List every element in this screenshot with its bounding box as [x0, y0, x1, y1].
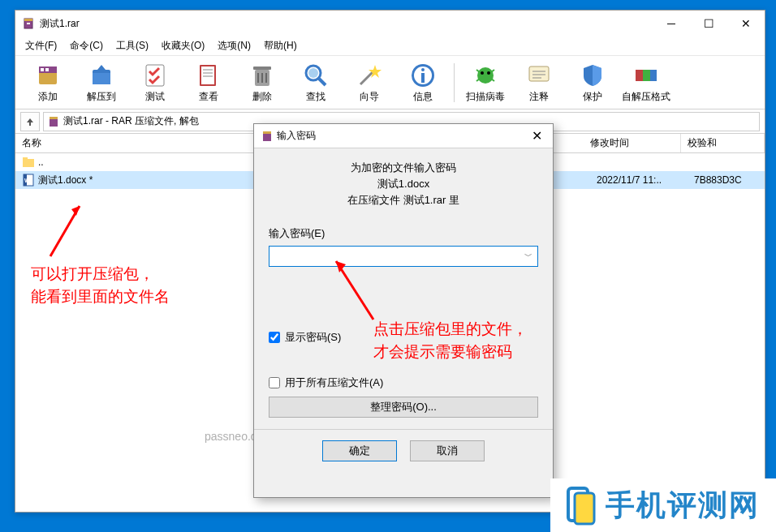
window-title: 测试1.rar	[40, 17, 653, 31]
svg-rect-41	[650, 70, 657, 81]
svg-rect-2	[27, 23, 30, 24]
svg-rect-1	[24, 19, 32, 21]
test-button[interactable]: 测试	[129, 59, 181, 106]
password-input[interactable]: ﹀	[269, 246, 538, 267]
extract-button[interactable]: 解压到	[75, 59, 127, 106]
toolbar-separator	[454, 63, 455, 102]
docx-icon: W	[22, 174, 35, 187]
up-button[interactable]	[20, 112, 40, 131]
column-name[interactable]: 名称	[15, 134, 259, 152]
window-controls: ─ ☐ ✕	[653, 11, 765, 36]
annotation-arrow-left	[39, 201, 88, 266]
svg-rect-56	[575, 493, 594, 524]
info-button[interactable]: 信息	[397, 59, 449, 106]
delete-icon	[248, 62, 276, 89]
sfx-button[interactable]: 自解压格式	[620, 59, 672, 106]
titlebar: 测试1.rar ─ ☐ ✕	[15, 11, 765, 36]
annotation-left: 可以打开压缩包， 能看到里面的文件名	[31, 263, 170, 308]
view-icon	[195, 62, 222, 89]
menu-command[interactable]: 命令(C)	[63, 37, 110, 54]
svg-point-30	[487, 71, 490, 75]
ok-button[interactable]: 确定	[322, 440, 397, 461]
password-dialog: 输入密码 ✕ 为加密的文件输入密码 测试1.docx 在压缩文件 测试1.rar…	[253, 123, 554, 498]
svg-rect-44	[23, 159, 34, 167]
comment-button[interactable]: 注释	[513, 59, 565, 106]
comment-icon	[525, 62, 553, 89]
virus-button[interactable]: 扫描病毒	[459, 59, 511, 106]
add-button[interactable]: 添加	[22, 59, 74, 106]
svg-line-31	[476, 70, 480, 72]
minimize-button[interactable]: ─	[653, 11, 690, 36]
toolbar: 添加 解压到 测试 查看 删除 查找 向导 信息	[15, 56, 765, 109]
winrar-icon	[261, 130, 274, 143]
view-button[interactable]: 查看	[183, 59, 235, 106]
svg-point-26	[421, 68, 425, 71]
column-crc[interactable]: 校验和	[681, 134, 765, 152]
organize-passwords-button[interactable]: 整理密码(O)...	[269, 397, 538, 418]
protect-icon	[579, 62, 606, 89]
find-icon	[302, 62, 330, 89]
all-archives-checkbox[interactable]: 用于所有压缩文件(A)	[269, 375, 538, 390]
archive-icon	[47, 115, 60, 128]
menu-options[interactable]: 选项(N)	[211, 37, 257, 54]
svg-rect-8	[93, 73, 110, 84]
wizard-button[interactable]: 向导	[343, 59, 395, 106]
svg-rect-16	[253, 66, 271, 70]
svg-point-28	[477, 67, 494, 84]
svg-line-34	[491, 79, 494, 81]
svg-rect-43	[50, 117, 58, 119]
svg-line-33	[476, 79, 480, 81]
svg-marker-52	[71, 206, 80, 216]
svg-rect-35	[529, 66, 549, 81]
dialog-buttons: 确定 取消	[254, 429, 553, 470]
dialog-message: 为加密的文件输入密码 测试1.docx 在压缩文件 测试1.rar 里	[269, 160, 538, 208]
cancel-button[interactable]: 取消	[410, 440, 485, 461]
svg-rect-6	[45, 68, 49, 71]
dialog-body: 为加密的文件输入密码 测试1.docx 在压缩文件 测试1.rar 里 输入密码…	[254, 148, 553, 429]
menu-tools[interactable]: 工具(S)	[110, 37, 155, 54]
svg-rect-40	[643, 70, 651, 81]
info-icon	[409, 62, 437, 89]
svg-rect-11	[201, 66, 214, 84]
dialog-close-button[interactable]: ✕	[520, 124, 553, 148]
protect-button[interactable]: 保护	[567, 59, 619, 106]
path-text: 测试1.rar - RAR 压缩文件, 解包	[63, 114, 199, 128]
svg-rect-39	[636, 70, 644, 81]
menubar: 文件(F) 命令(C) 工具(S) 收藏夹(O) 选项(N) 帮助(H)	[15, 36, 765, 56]
phone-icon	[560, 485, 601, 526]
find-button[interactable]: 查找	[290, 59, 342, 106]
winrar-icon	[22, 17, 35, 30]
wizard-icon	[356, 62, 383, 89]
folder-up-icon	[22, 156, 35, 169]
svg-line-32	[491, 70, 494, 72]
add-icon	[34, 62, 62, 89]
svg-rect-45	[23, 157, 28, 160]
test-icon	[141, 62, 169, 89]
menu-favorites[interactable]: 收藏夹(O)	[155, 37, 211, 54]
svg-line-53	[336, 261, 373, 320]
svg-point-29	[481, 71, 484, 75]
menu-file[interactable]: 文件(F)	[19, 37, 63, 54]
dialog-title: 输入密码	[277, 129, 520, 143]
virus-icon	[472, 62, 499, 89]
svg-rect-5	[41, 68, 44, 71]
svg-rect-27	[421, 73, 425, 83]
delete-button[interactable]: 删除	[236, 59, 288, 106]
logo-text: 手机评测网	[606, 486, 760, 526]
password-label: 输入密码(E)	[269, 226, 538, 241]
svg-rect-50	[263, 131, 271, 134]
menu-help[interactable]: 帮助(H)	[257, 37, 304, 54]
close-button[interactable]: ✕	[727, 11, 765, 36]
site-logo: 手机评测网	[550, 478, 776, 532]
dialog-titlebar: 输入密码 ✕	[254, 124, 553, 148]
svg-rect-9	[146, 65, 164, 86]
column-modified[interactable]: 修改时间	[584, 134, 681, 152]
extract-icon	[88, 62, 115, 89]
dropdown-icon: ﹀	[524, 251, 532, 262]
svg-line-22	[319, 79, 325, 85]
svg-text:W: W	[24, 178, 30, 183]
annotation-right: 点击压缩包里的文件， 才会提示需要输密码	[373, 318, 528, 363]
sfx-icon	[632, 62, 660, 89]
svg-point-21	[308, 68, 318, 78]
maximize-button[interactable]: ☐	[690, 11, 727, 36]
